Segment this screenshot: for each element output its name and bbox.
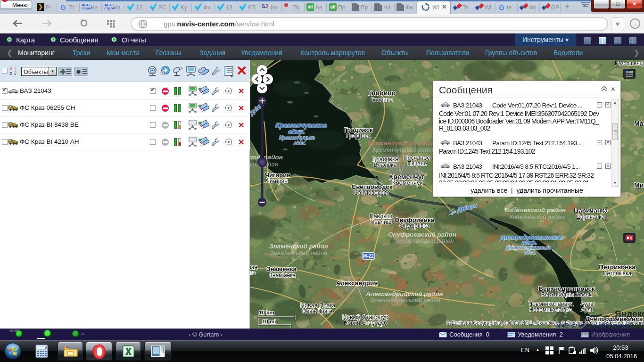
svg-text:Кременчугский район: Кременчугский район — [368, 140, 437, 147]
svg-text:Олександрiйський район: Олександрiйський район — [370, 297, 441, 304]
svg-text:Верхньоднiпровськ: Верхньоднiпровськ — [541, 291, 592, 298]
svg-text:вдсх.: вдсх. — [294, 140, 306, 146]
svg-text:Глобине: Глобине — [371, 97, 393, 103]
svg-text:Новий Стародуб: Новий Стародуб — [344, 320, 387, 326]
svg-text:10 mi: 10 mi — [262, 319, 276, 324]
svg-text:Петриковка: Петриковка — [599, 263, 636, 271]
svg-text:Кременчук: Кременчук — [392, 179, 423, 186]
svg-text:Мишурин: Мишурин — [634, 181, 644, 189]
svg-text:A: A — [9, 66, 13, 71]
svg-text:Онуфрiївський район: Онуфрiївський район — [393, 238, 454, 244]
svg-text:Z: Z — [9, 71, 12, 76]
svg-text:10 km: 10 km — [259, 310, 274, 315]
svg-text:Знаменка: Знаменка — [266, 265, 297, 272]
svg-text:Новомиколаївка: Новомиколаївка — [529, 306, 572, 313]
svg-text:Онуфрiївка: Онуфрiївка — [400, 222, 429, 229]
svg-text:Александрия: Александрия — [336, 280, 378, 287]
svg-text:Петрикiвка: Петрикiвка — [603, 270, 632, 277]
svg-text:Манжелия: Манжелия — [634, 120, 644, 127]
svg-text:Кобелякский район: Кобелякский район — [504, 206, 566, 214]
svg-text:Александрийский район: Александрийский район — [365, 290, 443, 297]
svg-text:Власiвка: Власiвка — [374, 162, 397, 168]
svg-text:Кременчуцький район: Кременчуцький район — [372, 147, 435, 153]
svg-text:Знам'янка: Знам'янка — [269, 272, 296, 279]
svg-text:Нова Прага: Нова Прага — [302, 308, 333, 314]
svg-text:Глобино: Глобино — [368, 89, 396, 97]
svg-text:вдхр.: вдхр. — [288, 128, 305, 135]
svg-text:Кобеляцький район: Кобеляцький район — [509, 214, 565, 221]
svg-text:Яндекс: Яндекс — [615, 309, 644, 319]
svg-text:Свiтловодськ: Свiтловодськ — [354, 189, 389, 196]
svg-text:Царичанка: Царичанка — [576, 214, 605, 220]
svg-text:Чигирин: Чигирин — [266, 178, 288, 184]
svg-text:Царичанка: Царичанка — [574, 207, 608, 214]
svg-text:М-22: М-22 — [363, 254, 374, 259]
svg-text:N 49° 07.8373' E 034° 40.0167': N 49° 07.8373' E 034° 40.0167' — [556, 323, 633, 329]
svg-text:Градизьк: Градизьк — [347, 132, 371, 139]
svg-text:я Друга: я Друга — [250, 270, 256, 276]
svg-text:Знам'янський район: Знам'янський район — [270, 250, 328, 256]
svg-text:Знаменский район: Знаменский район — [269, 243, 328, 250]
svg-text:Розсошенцi: Розсошенцi — [615, 60, 644, 66]
svg-text:вдсх.: вдсх. — [524, 249, 536, 255]
svg-text:Павлиш: Павлиш — [371, 219, 392, 225]
svg-text:Аули: Аули — [581, 306, 594, 313]
svg-text:Онуфриевский район: Онуфриевский район — [388, 231, 456, 238]
svg-text:Пiщане: Пiщане — [407, 160, 427, 167]
